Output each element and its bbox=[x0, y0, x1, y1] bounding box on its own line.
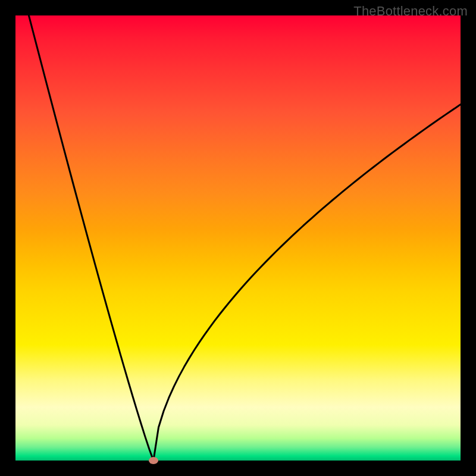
optimal-point-marker bbox=[149, 457, 158, 464]
plot-area bbox=[15, 15, 461, 461]
bottleneck-curve bbox=[15, 15, 461, 461]
watermark-text: TheBottleneck.com bbox=[353, 4, 468, 19]
